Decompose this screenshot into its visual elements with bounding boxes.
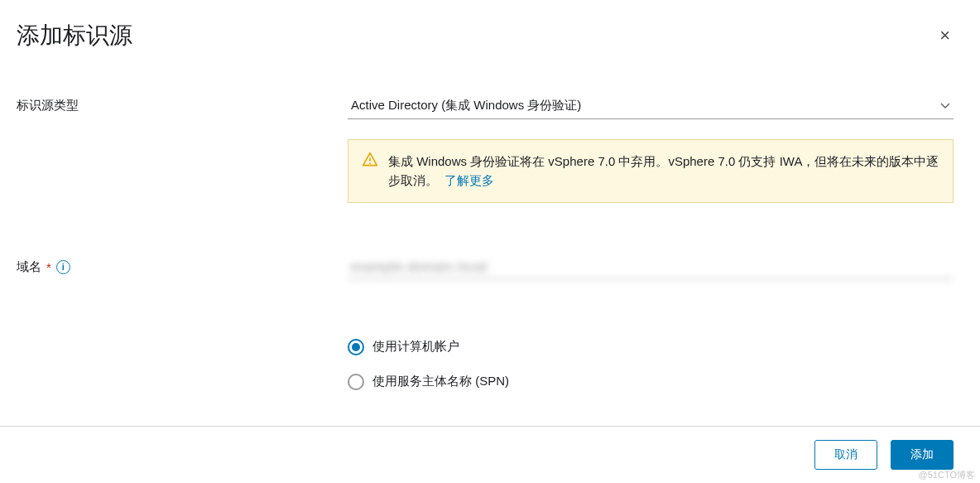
account-type-radio-group: 使用计算机帐户 使用服务主体名称 (SPN) bbox=[348, 339, 954, 390]
dialog-title: 添加标识源 bbox=[17, 20, 132, 51]
chevron-down-icon bbox=[940, 100, 950, 112]
domain-input[interactable] bbox=[348, 254, 954, 279]
radio-spn-label: 使用服务主体名称 (SPN) bbox=[372, 374, 509, 389]
radio-selected-icon bbox=[348, 339, 364, 355]
row-domain: 域名 * i bbox=[17, 254, 954, 279]
svg-point-1 bbox=[369, 162, 371, 164]
info-icon[interactable]: i bbox=[56, 260, 70, 274]
dialog-header: 添加标识源 × bbox=[17, 20, 954, 51]
source-type-value: Active Directory (集成 Windows 身份验证) bbox=[351, 98, 581, 114]
radio-machine-account-label: 使用计算机帐户 bbox=[372, 339, 459, 355]
dialog-footer: 取消 添加 bbox=[0, 426, 980, 483]
add-identity-source-dialog: 添加标识源 × 标识源类型 Active Directory (集成 Windo… bbox=[0, 0, 980, 445]
source-type-label: 标识源类型 bbox=[17, 93, 348, 114]
row-source-type: 标识源类型 Active Directory (集成 Windows 身份验证) bbox=[17, 93, 954, 119]
close-icon[interactable]: × bbox=[936, 23, 954, 48]
warning-text: 集成 Windows 身份验证将在 vSphere 7.0 中弃用。vSpher… bbox=[388, 152, 939, 191]
row-account-type: 使用计算机帐户 使用服务主体名称 (SPN) bbox=[17, 299, 954, 408]
radio-machine-account[interactable]: 使用计算机帐户 bbox=[348, 339, 954, 355]
watermark: @51CTO博客 bbox=[919, 469, 975, 481]
warning-banner: 集成 Windows 身份验证将在 vSphere 7.0 中弃用。vSpher… bbox=[348, 139, 954, 203]
cancel-button[interactable]: 取消 bbox=[814, 440, 877, 470]
source-type-select[interactable]: Active Directory (集成 Windows 身份验证) bbox=[348, 93, 954, 119]
radio-spn[interactable]: 使用服务主体名称 (SPN) bbox=[348, 374, 954, 390]
add-button[interactable]: 添加 bbox=[891, 440, 954, 470]
warning-icon bbox=[362, 152, 378, 171]
learn-more-link[interactable]: 了解更多 bbox=[444, 173, 494, 187]
radio-unselected-icon bbox=[348, 374, 364, 390]
row-warning: 集成 Windows 身份验证将在 vSphere 7.0 中弃用。vSpher… bbox=[17, 139, 954, 234]
required-asterisk: * bbox=[46, 260, 51, 274]
domain-label: 域名 bbox=[17, 259, 41, 275]
